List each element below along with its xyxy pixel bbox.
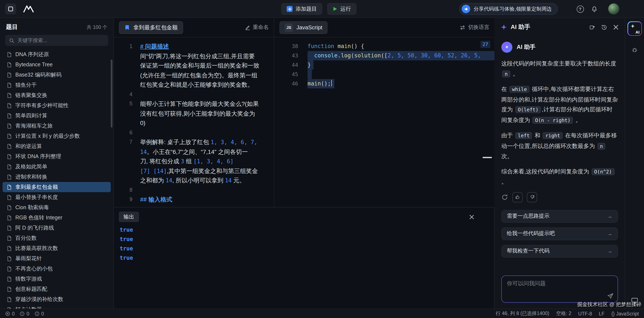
language-chip[interactable]: JS JavaScript	[280, 21, 327, 34]
sidebar-item[interactable]: DNA 序列还原	[2, 49, 111, 59]
avatar[interactable]	[608, 3, 619, 14]
markdown-line: 8	[114, 185, 274, 195]
close-output-icon[interactable]	[469, 214, 474, 220]
problem-title-chip[interactable]: 拿到最多红包金额	[119, 21, 183, 34]
output-tab[interactable]: 输出	[119, 212, 139, 222]
add-problem-button[interactable]: 添加题目	[281, 3, 322, 15]
sidebar-item[interactable]: 及格如此简单	[2, 161, 111, 172]
code-line[interactable]: 38function main() {	[274, 42, 494, 51]
sidebar-item[interactable]: 创意标题匹配	[2, 284, 111, 294]
output-panel: 输出 truetruetruetrue	[114, 207, 494, 309]
sidebar-item[interactable]: 比赛最高获胜次数	[2, 243, 111, 253]
status-errors[interactable]: 0	[5, 311, 15, 316]
file-icon	[6, 133, 12, 139]
sidebar-item[interactable]: 百分位数	[2, 233, 111, 243]
ai-suggestion-button[interactable]: 需要一点思路提示→	[501, 210, 618, 223]
sidebar-item[interactable]: 计算位置 x 到 y 的最少步数	[2, 131, 111, 141]
code-line[interactable]: 44}	[274, 60, 494, 70]
ai-input[interactable]	[502, 276, 618, 294]
bell-icon[interactable]	[590, 5, 598, 13]
search-box[interactable]	[5, 35, 108, 46]
promo-banner[interactable]: 分享代码练习体验,领限量定制周边	[459, 3, 558, 15]
code-line[interactable]: 45	[274, 70, 494, 79]
sidebar-item[interactable]: 阿 D 的飞行路线	[2, 223, 111, 233]
problem-panel: 拿到最多红包金额 重命名 1# 问题描述间“切”两刀,将这一列红包分成三组,并且…	[114, 18, 274, 207]
history-icon[interactable]	[601, 24, 607, 30]
switch-language-label: 切换语言	[468, 24, 490, 31]
cursor-position[interactable]: 行 46, 列 8 (已选择1400)	[496, 310, 549, 317]
output-line: true	[120, 244, 494, 253]
indent-setting[interactable]: 空格: 2	[556, 310, 572, 317]
sidebar-scrollbar[interactable]	[111, 59, 112, 128]
sidebar-item[interactable]: Cion 勒索病毒	[2, 202, 111, 213]
panel-resize-handle[interactable]	[482, 157, 492, 158]
regenerate-icon[interactable]	[501, 194, 508, 200]
file-icon	[6, 297, 12, 302]
run-button[interactable]: 运行	[327, 3, 356, 15]
thumbs-down-icon[interactable]	[527, 192, 537, 202]
file-icon	[6, 123, 12, 129]
line-number	[114, 51, 132, 61]
sidebar-item-label: 百分位数	[15, 234, 37, 242]
thumbs-up-icon[interactable]	[512, 192, 522, 202]
status-warnings[interactable]: 0	[20, 311, 30, 316]
status-problems: 000	[5, 311, 44, 316]
sidebar-item-label: 猜数字游戏	[15, 275, 42, 283]
line-number: 4	[114, 90, 132, 99]
minimap: 27	[480, 41, 490, 48]
arrow-icon: →	[607, 248, 612, 254]
sidebar-item[interactable]: 最小替换子串长度	[2, 192, 111, 202]
sidebar-item[interactable]: 拿到最多红包金额	[2, 182, 111, 192]
language-mode[interactable]: {} JavaScript	[612, 311, 639, 316]
switch-language-button[interactable]: 切换语言	[460, 24, 490, 31]
problem-rows[interactable]: 1# 问题描述间“切”两刀,将这一列红包分成三组,并且需要保证第一组的奖金和与最…	[114, 37, 274, 204]
code-line[interactable]: 43 console.log(solution([2, 5, 50, 30, 6…	[274, 51, 494, 60]
debug-icon[interactable]	[631, 46, 638, 54]
window-icon[interactable]	[5, 3, 16, 14]
output-lines: truetruetruetrue	[120, 225, 494, 263]
file-icon	[6, 103, 12, 108]
sidebar-item[interactable]: RGB 色值转 Integer	[2, 213, 111, 223]
sidebar-item[interactable]: 穿越沙漠的补给次数	[2, 294, 111, 304]
help-icon[interactable]: ?	[576, 5, 584, 13]
sidebar-item[interactable]: Base32 编码和解码	[2, 70, 111, 80]
encoding[interactable]: UTF-8	[578, 311, 592, 316]
rename-button[interactable]: 重命名	[245, 24, 269, 31]
sidebar-item[interactable]: 猫鱼分干	[2, 80, 111, 90]
sidebar-item[interactable]: 青海湖租车之旅	[2, 121, 111, 131]
plus-icon	[287, 6, 292, 12]
markdown-line: 没有红包可获得,则小王能拿到的最大奖金为	[114, 109, 274, 118]
file-icon	[6, 184, 12, 190]
sidebar-item[interactable]: 链表聚集交换	[2, 90, 111, 100]
status-infos[interactable]: 0	[34, 311, 44, 316]
markdown-line: 6	[114, 128, 274, 137]
sidebar-item[interactable]: 打卡计数器	[2, 304, 111, 309]
ai-suggestion-button[interactable]: 帮我检查一下代码→	[501, 245, 618, 257]
eol-setting[interactable]: LF	[599, 311, 604, 316]
line-number: 38	[274, 42, 298, 51]
sidebar-item[interactable]: 进制求和转换	[2, 172, 111, 182]
sidebar-item[interactable]: Bytedance Tree	[2, 59, 111, 70]
line-number: 7	[114, 137, 132, 147]
sidebar-item[interactable]: 猜数字游戏	[2, 274, 111, 284]
send-icon[interactable]	[607, 293, 614, 299]
right-toolbar: AI	[625, 18, 644, 309]
js-icon: JS	[284, 23, 293, 32]
sidebar-item[interactable]: 和的逆运算	[2, 141, 111, 151]
sidebar-item[interactable]: 简单四则计算	[2, 111, 111, 121]
ai-paragraph: 在 while 循环中,每次循环都需要计算左右两部分的和,计算左部分和的内层循环…	[501, 84, 618, 125]
sidebar-item-label: 计算位置 x 到 y 的最少步数	[15, 133, 80, 140]
sidebar-item[interactable]: 暴雨梨花针	[2, 253, 111, 264]
sidebar-item[interactable]: 环状 DNA 序列整理	[2, 151, 111, 161]
ai-tool-button[interactable]: AI	[628, 21, 642, 36]
code-line[interactable]: 46main();	[274, 79, 494, 88]
share-chat-icon[interactable]	[589, 24, 596, 30]
ai-suggestion-button[interactable]: 给我一些代码提示吧→	[501, 227, 618, 240]
sidebar-item-label: RGB 色值转 Integer	[15, 214, 62, 221]
close-ai-icon[interactable]	[613, 24, 619, 30]
ai-input-box[interactable]	[501, 276, 618, 303]
code-lines[interactable]: 38function main() {43 console.log(soluti…	[274, 37, 494, 88]
sidebar-item[interactable]: 字符串有多少种可能性	[2, 100, 111, 111]
search-input[interactable]	[18, 37, 104, 43]
sidebar-item[interactable]: 不再贪心的小包	[2, 264, 111, 274]
